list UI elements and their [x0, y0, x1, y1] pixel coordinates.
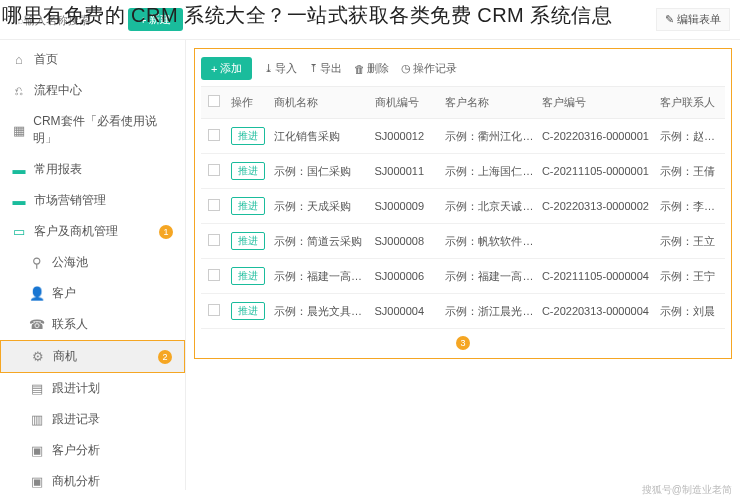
cell-code: SJ000006 [371, 262, 442, 290]
cell-code: SJ000004 [371, 297, 442, 325]
cell-customer: 示例：福建一高集团 [441, 261, 537, 292]
push-button[interactable]: 推进 [231, 197, 265, 215]
add-button[interactable]: + 添加 [201, 57, 252, 80]
sidebar-item-label: 跟进计划 [52, 380, 100, 397]
toolbar: + 添加 ⤓导入 ⤒导出 🗑删除 ◷操作记录 [201, 55, 725, 86]
sidebar-item-13[interactable]: ▣商机分析 [0, 466, 185, 490]
sidebar-item-6[interactable]: ⚲公海池 [0, 247, 185, 278]
cell-code: SJ000012 [371, 122, 442, 150]
chart-icon: ▣ [30, 444, 44, 458]
sidebar-item-label: 客户及商机管理 [34, 223, 118, 240]
import-label: 导入 [275, 61, 297, 76]
footer-badge: 3 [201, 329, 725, 352]
row-checkbox[interactable] [208, 164, 220, 176]
cell-contact: 示例：刘晨 [656, 296, 725, 327]
cell-contact: 示例：王倩 [656, 156, 725, 187]
cell-custcode: C-20211105-0000004 [538, 262, 656, 290]
badge-2: 2 [158, 350, 172, 364]
sidebar: ⌂首页⎌流程中心▦CRM套件「必看使用说明」▬常用报表▬市场营销管理▭客户及商机… [0, 40, 186, 490]
sidebar-item-4[interactable]: ▬市场营销管理 [0, 185, 185, 216]
new-button-label: 新建 [149, 12, 171, 27]
table-row[interactable]: 推进示例：晨光文具设备...SJ000004示例：浙江晨光文具...C-2022… [201, 294, 725, 329]
edit-form-label: 编辑表单 [677, 12, 721, 27]
th-contact: 客户联系人 [656, 87, 725, 118]
sidebar-item-2[interactable]: ▦CRM套件「必看使用说明」 [0, 106, 185, 154]
cell-custcode: C-20220313-0000004 [538, 297, 656, 325]
sidebar-item-label: CRM套件「必看使用说明」 [33, 113, 173, 147]
sidebar-item-9[interactable]: ⚙商机2 [0, 340, 185, 373]
search-input[interactable] [24, 14, 104, 26]
add-label: 添加 [220, 61, 242, 76]
import-button[interactable]: ⤓导入 [264, 61, 297, 76]
table-row[interactable]: 推进示例：简道云采购SJ000008示例：帆软软件有限公司示例：王立 [201, 224, 725, 259]
badge-1: 1 [159, 225, 173, 239]
row-checkbox[interactable] [208, 269, 220, 281]
sidebar-item-3[interactable]: ▬常用报表 [0, 154, 185, 185]
cell-customer: 示例：上海国仁有限... [441, 156, 537, 187]
cell-contact: 示例：赵仁民 [656, 121, 725, 152]
th-name: 商机名称 [270, 87, 370, 118]
log-button[interactable]: ◷操作记录 [401, 61, 457, 76]
collapse-icon[interactable]: ‹ [191, 10, 207, 29]
sidebar-item-label: 市场营销管理 [34, 192, 106, 209]
search-box[interactable]: ⌕ [10, 10, 120, 30]
sidebar-item-label: 首页 [34, 51, 58, 68]
data-table: 操作 商机名称 商机编号 客户名称 客户编号 客户联系人 推进江化销售采购SJ0… [201, 86, 725, 329]
delete-button[interactable]: 🗑删除 [354, 61, 389, 76]
sidebar-item-7[interactable]: 👤客户 [0, 278, 185, 309]
table-row[interactable]: 推进示例：天成采购SJ000009示例：北京天诚软件...C-20220313-… [201, 189, 725, 224]
main-box: + 添加 ⤓导入 ⤒导出 🗑删除 ◷操作记录 操作 商机名称 商机编号 客户名称… [194, 48, 732, 359]
header: ⌕ + 新建 ‹ ✎ 编辑表单 [0, 0, 740, 40]
search-icon: ⌕ [17, 14, 24, 26]
push-button[interactable]: 推进 [231, 232, 265, 250]
log-label: 操作记录 [413, 61, 457, 76]
table-row[interactable]: 推进江化销售采购SJ000012示例：衢州江化集团C-20220316-0000… [201, 119, 725, 154]
export-label: 导出 [320, 61, 342, 76]
cell-name: 江化销售采购 [270, 121, 370, 152]
th-customer: 客户名称 [441, 87, 537, 118]
cell-contact: 示例：王宁 [656, 261, 725, 292]
new-button[interactable]: + 新建 [128, 8, 183, 31]
sidebar-item-8[interactable]: ☎联系人 [0, 309, 185, 340]
cell-custcode: C-20211105-0000001 [538, 157, 656, 185]
row-checkbox[interactable] [208, 304, 220, 316]
sidebar-item-1[interactable]: ⎌流程中心 [0, 75, 185, 106]
flow-icon: ⎌ [12, 84, 26, 98]
plan-icon: ▤ [30, 382, 44, 396]
sidebar-item-12[interactable]: ▣客户分析 [0, 435, 185, 466]
cell-custcode: C-20220313-0000002 [538, 192, 656, 220]
push-button[interactable]: 推进 [231, 162, 265, 180]
table-row[interactable]: 推进示例：福建一高3月订单SJ000006示例：福建一高集团C-20211105… [201, 259, 725, 294]
th-op: 操作 [227, 87, 270, 118]
contact-icon: ☎ [30, 318, 44, 332]
push-button[interactable]: 推进 [231, 127, 265, 145]
delete-label: 删除 [367, 61, 389, 76]
table-row[interactable]: 推进示例：国仁采购SJ000011示例：上海国仁有限...C-20211105-… [201, 154, 725, 189]
cell-customer: 示例：衢州江化集团 [441, 121, 537, 152]
cell-customer: 示例：北京天诚软件... [441, 191, 537, 222]
chart-icon: ▣ [30, 475, 44, 489]
sidebar-item-label: 公海池 [52, 254, 88, 271]
badge-3: 3 [456, 336, 470, 350]
export-button[interactable]: ⤒导出 [309, 61, 342, 76]
push-button[interactable]: 推进 [231, 267, 265, 285]
push-button[interactable]: 推进 [231, 302, 265, 320]
sidebar-item-0[interactable]: ⌂首页 [0, 44, 185, 75]
opportunity-icon: ⚙ [31, 350, 45, 364]
select-all-checkbox[interactable] [208, 95, 220, 107]
pool-icon: ⚲ [30, 256, 44, 270]
cell-contact: 示例：李清海 [656, 191, 725, 222]
row-checkbox[interactable] [208, 234, 220, 246]
pencil-icon: ✎ [665, 13, 674, 26]
sidebar-item-5[interactable]: ▭客户及商机管理1 [0, 216, 185, 247]
kit-icon: ▦ [12, 123, 25, 137]
sidebar-item-10[interactable]: ▤跟进计划 [0, 373, 185, 404]
row-checkbox[interactable] [208, 199, 220, 211]
download-icon: ⤓ [264, 62, 273, 75]
edit-form-button[interactable]: ✎ 编辑表单 [656, 8, 730, 31]
row-checkbox[interactable] [208, 129, 220, 141]
cell-customer: 示例：浙江晨光文具... [441, 296, 537, 327]
th-custcode: 客户编号 [538, 87, 656, 118]
sidebar-item-label: 商机分析 [52, 473, 100, 490]
sidebar-item-11[interactable]: ▥跟进记录 [0, 404, 185, 435]
